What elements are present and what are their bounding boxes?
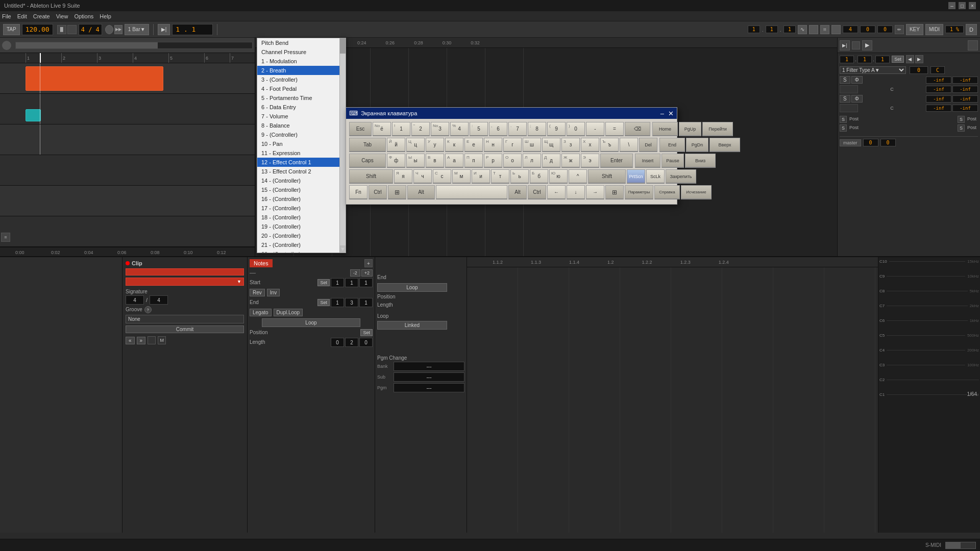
vk-9[interactable]: (9 [547, 122, 566, 136]
loop-btn-top[interactable] [809, 25, 818, 34]
vk-d[interactable]: Дд [542, 154, 560, 168]
dropdown-scroll[interactable]: Pitch BendChannel Pressure1 - Modulation… [257, 38, 346, 253]
vk-arrow-l[interactable]: ← [547, 185, 566, 199]
vk-backspace[interactable]: ⌫ [625, 122, 650, 136]
len-beat[interactable] [345, 338, 358, 347]
filter-key[interactable]: C [930, 66, 945, 74]
start-tick[interactable] [359, 278, 373, 287]
vk-perejti[interactable]: Перейти [702, 122, 733, 136]
vk-3[interactable]: No3 [431, 122, 449, 136]
vk-shift-r[interactable]: Shift [588, 169, 626, 184]
prev-track-btn[interactable]: ▶| [840, 40, 850, 51]
dropdown-item-pitch-bend[interactable]: Pitch Bend [257, 38, 346, 47]
s-post-1[interactable]: S [840, 116, 847, 123]
tr-pos1[interactable]: 1 [840, 56, 854, 63]
master-label[interactable]: master [840, 139, 861, 146]
dropdown-scrollbar[interactable]: ▼ [339, 38, 346, 253]
loop-start-6[interactable]: 0 [877, 26, 893, 33]
vk-t[interactable]: Тт [491, 169, 509, 184]
tr-pos3[interactable]: 1 [875, 56, 890, 63]
vk-del[interactable]: Del [639, 138, 657, 152]
position-display[interactable]: 1 . 1 [172, 24, 213, 35]
dropdown-item-22-controller[interactable]: 22 - (Controller) [257, 249, 346, 253]
vk-caps[interactable]: Caps [349, 154, 386, 168]
bank-input[interactable] [394, 362, 464, 371]
vk-6[interactable]: ,6 [489, 122, 507, 136]
menu-edit[interactable]: Edit [17, 13, 27, 19]
key-btn[interactable]: KEY [906, 24, 923, 35]
vk-ts[interactable]: Цц [406, 138, 425, 152]
dropdown-item-19-controller[interactable]: 19 - (Controller) [257, 222, 346, 231]
tr-pos2[interactable]: 1 [857, 56, 872, 63]
dropdown-item-3-controller[interactable]: 3 - (Controller) [257, 75, 346, 84]
beat-pos-2[interactable]: 1 [766, 26, 778, 33]
vk-pause[interactable]: Pause [662, 154, 684, 168]
pos-set-btn[interactable]: Set [360, 329, 373, 336]
inv-btn[interactable]: Inv [267, 289, 280, 296]
vk-7[interactable]: .7 [508, 122, 527, 136]
dropdown-item-13-effect-control-2[interactable]: 13 - Effect Control 2 [257, 167, 346, 176]
filter-select[interactable]: 1 Filter Type A▼ [840, 66, 906, 74]
vk-equals[interactable]: = [605, 122, 624, 136]
wave-icon[interactable]: ∿ [798, 25, 807, 34]
dropdown-item-10-pan[interactable]: 10 - Pan [257, 139, 346, 148]
close-button[interactable]: × [969, 2, 976, 9]
dropdown-item-16-controller[interactable]: 16 - (Controller) [257, 194, 346, 204]
s-post-4[interactable]: S [958, 124, 965, 132]
dropdown-item-9-controller[interactable]: 9 - (Controller) [257, 130, 346, 139]
vk-shift-l[interactable]: Shift [349, 169, 393, 184]
vk-win-r[interactable]: ⊞ [605, 185, 624, 199]
inst-play-btn[interactable]: ▶ [862, 40, 872, 51]
dropdown-item-2-breath[interactable]: 2 - Breath [257, 66, 346, 75]
linked-btn[interactable]: Linked [377, 321, 447, 330]
vk-tab[interactable]: Tab [349, 138, 386, 152]
follow-btn[interactable] [831, 25, 841, 34]
maximize-button[interactable]: □ [959, 2, 966, 9]
dropdown-item-1-modulation[interactable]: 1 - Modulation [257, 57, 346, 66]
vk-u[interactable]: Уу [426, 138, 444, 152]
vk-yu[interactable]: Юю [549, 169, 568, 184]
vk-esc[interactable]: Esc [349, 122, 372, 136]
clip-midi-btn[interactable]: M [158, 336, 166, 344]
vk-g[interactable]: Гг [503, 138, 522, 152]
vk-alt-r[interactable]: Alt [508, 185, 527, 199]
vk-minus[interactable]: - [586, 122, 604, 136]
punch-icon[interactable]: ⌗ [820, 25, 829, 34]
vk-0[interactable]: )0 [567, 122, 585, 136]
vk-n[interactable]: Нн [484, 138, 502, 152]
loop-button[interactable]: Loop [262, 318, 360, 327]
go-start-btn[interactable]: ▶| [158, 24, 170, 35]
vk-close-btn[interactable]: ✕ [668, 110, 674, 117]
vk-arrow-down[interactable]: ↓ [567, 185, 585, 199]
groove-info-btn[interactable]: ? [144, 306, 152, 313]
vk-yi[interactable]: Ыы [406, 154, 425, 168]
vk-parametry[interactable]: Параметры [625, 185, 653, 199]
scroll-thumb[interactable] [340, 38, 346, 54]
s-post-3[interactable]: S [840, 124, 847, 132]
vk-spravka[interactable]: Справка [654, 185, 680, 199]
vk-k[interactable]: Кк [445, 138, 463, 152]
clip-block-cyan[interactable] [26, 109, 41, 121]
vk-ch[interactable]: Чч [413, 169, 432, 184]
nav-next[interactable]: ▶ [915, 55, 923, 63]
menu-help[interactable]: Help [100, 13, 111, 19]
s-btn-2[interactable]: S [840, 95, 850, 103]
end-set-btn[interactable]: Set [317, 299, 330, 306]
vk-caret[interactable]: ^ [569, 169, 587, 184]
bar-select[interactable]: 1 Bar ▼ [125, 24, 149, 35]
vk-8[interactable]: ;8 [528, 122, 546, 136]
loop-btn-right[interactable]: Loop [377, 283, 447, 292]
vk-zakrepit[interactable]: Закрепить [666, 169, 696, 184]
sig-den-input[interactable] [150, 295, 168, 305]
beat-pos-3[interactable]: 1 [783, 26, 796, 33]
vk-5[interactable]: :5 [470, 122, 488, 136]
pgm-input[interactable] [394, 383, 464, 392]
s-post-2[interactable]: S [958, 116, 965, 123]
vk-h[interactable]: Хх [581, 138, 599, 152]
rec-dot[interactable] [105, 25, 113, 34]
vk-zh[interactable]: Жж [561, 154, 580, 168]
dropdown-item-4-foot-pedal[interactable]: 4 - Foot Pedal [257, 84, 346, 93]
vk-f[interactable]: Фф [387, 154, 405, 168]
groove-value[interactable]: None [126, 315, 244, 323]
vk-backslash[interactable]: \ [620, 138, 638, 152]
